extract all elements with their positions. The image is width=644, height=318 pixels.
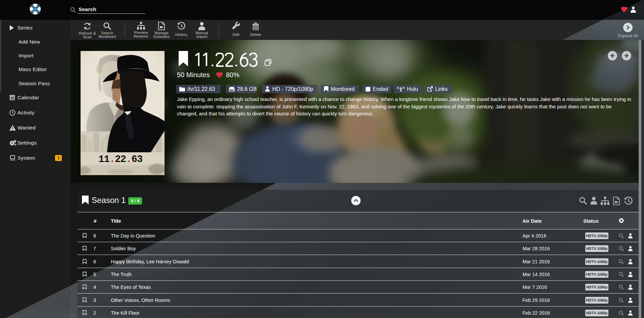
svg-text:11.22.63: 11.22.63 <box>98 154 142 165</box>
